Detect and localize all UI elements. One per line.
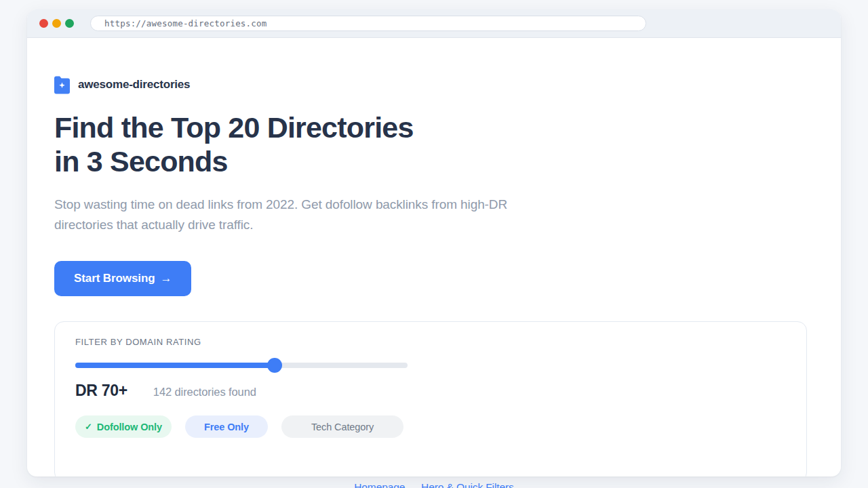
page-title: Find the Top 20 Directories in 3 Seconds [54, 110, 814, 178]
chip-tech-label: Tech Category [311, 422, 374, 432]
page-content: awesome-directories Find the Top 20 Dire… [27, 38, 841, 476]
chip-tech-category[interactable]: Tech Category [281, 415, 403, 438]
page-title-line1: Find the Top 20 Directories [54, 111, 414, 144]
arrow-right-icon: → [161, 272, 172, 285]
folder-sparkle-icon [54, 75, 70, 94]
start-browsing-label: Start Browsing [74, 272, 155, 285]
page-title-line2: in 3 Seconds [54, 145, 228, 178]
results-count: 142 directories found [153, 386, 256, 399]
close-window-button[interactable] [39, 19, 48, 28]
chip-dofollow-only[interactable]: ✓ Dofollow Only [75, 415, 172, 438]
quick-filter-chips: ✓ Dofollow Only Free Only Tech Category [75, 415, 786, 438]
chip-free-only[interactable]: Free Only [185, 415, 268, 438]
footer-caption: Homepage — Hero & Quick Filters [0, 481, 868, 488]
url-bar[interactable]: https://awesome-directories.com [90, 16, 646, 31]
hero-subtitle: Stop wasting time on dead links from 202… [54, 195, 559, 235]
minimize-window-button[interactable] [52, 19, 61, 28]
slider-track[interactable] [75, 363, 408, 368]
filter-card: FILTER BY DOMAIN RATING DR 70+ 142 direc… [54, 321, 807, 476]
traffic-lights [39, 19, 74, 28]
domain-rating-slider[interactable] [75, 358, 408, 373]
brand: awesome-directories [54, 75, 814, 94]
slider-thumb[interactable] [267, 358, 282, 373]
chip-dofollow-label: Dofollow Only [97, 422, 162, 432]
url-text: https://awesome-directories.com [104, 18, 267, 28]
slider-readout-row: DR 70+ 142 directories found [75, 382, 786, 400]
slider-fill [75, 363, 275, 368]
dr-value: DR 70+ [75, 382, 127, 400]
start-browsing-button[interactable]: Start Browsing → [54, 261, 191, 296]
browser-window: https://awesome-directories.com awesome-… [27, 9, 841, 476]
zoom-window-button[interactable] [65, 19, 74, 28]
footer-caption-link[interactable]: Homepage — Hero & Quick Filters [354, 481, 514, 488]
chip-free-label: Free Only [204, 422, 249, 432]
brand-name: awesome-directories [78, 78, 190, 92]
filter-card-label: FILTER BY DOMAIN RATING [75, 337, 786, 347]
check-icon: ✓ [85, 422, 92, 432]
browser-chrome-bar: https://awesome-directories.com [27, 9, 841, 38]
